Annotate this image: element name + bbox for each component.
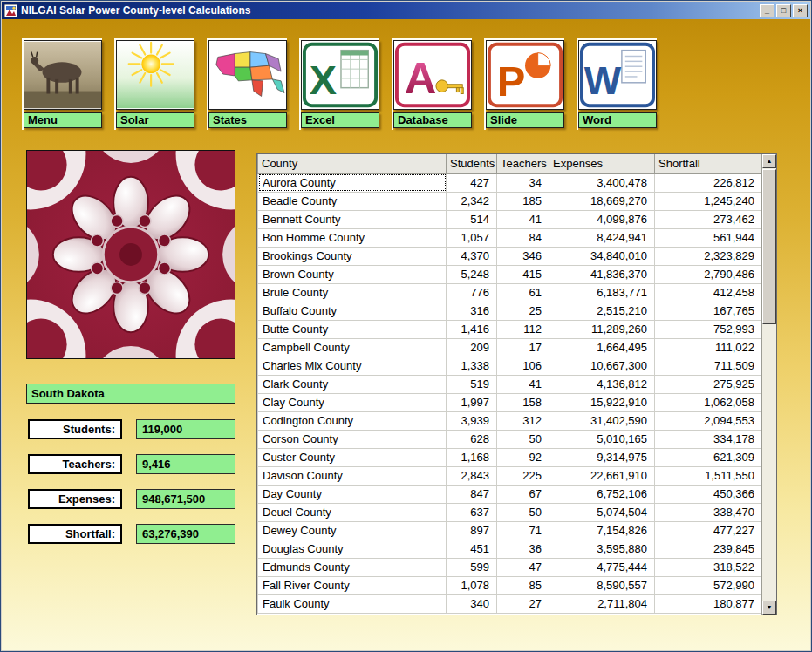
table-row[interactable]: Custer County1,168929,314,975621,309 (258, 448, 762, 466)
fractal-image (26, 150, 235, 359)
column-header-students[interactable]: Students (447, 154, 497, 173)
table-row[interactable]: Clark County519414,136,812275,925 (258, 375, 762, 393)
toolbar-label-solar: Solar (116, 112, 194, 128)
value-cell: 3,400,478 (549, 173, 655, 192)
table-row[interactable]: Corson County628505,010,165334,178 (258, 430, 762, 448)
county-cell: Charles Mix County (258, 357, 447, 375)
toolbar-button-solar[interactable]: Solar (114, 38, 194, 130)
table-row[interactable]: Bennett County514414,099,876273,462 (258, 210, 762, 228)
table-header-row: County Students Teachers Expenses Shortf… (258, 154, 762, 173)
toolbar-button-menu[interactable]: Menu (22, 38, 102, 130)
shortfall-value[interactable]: 63,276,390 (136, 524, 235, 544)
close-button[interactable]: × (793, 4, 808, 17)
value-cell: 1,664,495 (549, 338, 655, 357)
value-cell: 15,922,910 (549, 393, 655, 411)
county-cell: Douglas County (258, 540, 447, 558)
value-cell: 346 (497, 247, 549, 265)
table-scrollbar[interactable]: ▲ ▼ (761, 154, 776, 615)
scrollbar-thumb[interactable] (762, 169, 776, 324)
table-row[interactable]: Brown County5,24841541,836,3702,790,486 (258, 265, 762, 283)
value-cell: 628 (447, 430, 497, 448)
minimize-button[interactable]: _ (760, 4, 774, 17)
toolbar-button-excel[interactable]: X Excel (299, 38, 379, 130)
value-cell: 1,062,058 (655, 393, 762, 411)
table-row[interactable]: Aurora County427343,400,478226,812 (258, 173, 762, 192)
value-cell: 1,245,240 (655, 192, 762, 210)
county-cell: Bennett County (258, 210, 447, 228)
excel-icon: X (301, 40, 379, 110)
svg-text:P: P (497, 58, 526, 105)
county-table: County Students Teachers Expenses Shortf… (256, 153, 777, 615)
expenses-field-row: Expenses: 948,671,500 (26, 489, 235, 510)
students-value[interactable]: 119,000 (136, 419, 235, 439)
value-cell: 318,522 (655, 558, 762, 576)
value-cell: 8,424,941 (549, 228, 655, 247)
county-cell: Brule County (258, 283, 447, 302)
value-cell: 3,939 (447, 411, 497, 430)
toolbar-button-word[interactable]: W Word (577, 38, 657, 130)
table-row[interactable]: Day County847676,752,106450,366 (258, 485, 762, 503)
county-cell: Bon Homme County (258, 228, 447, 247)
value-cell: 2,342 (447, 192, 497, 210)
value-cell: 2,323,829 (655, 247, 762, 265)
county-cell: Corson County (258, 430, 447, 448)
teachers-value[interactable]: 9,416 (136, 454, 235, 474)
value-cell: 2,790,486 (655, 265, 762, 283)
value-cell: 5,010,165 (549, 430, 655, 448)
table-row[interactable]: Codington County3,93931231,402,5902,094,… (258, 411, 762, 430)
table-row[interactable]: Brookings County4,37034634,840,0102,323,… (258, 247, 762, 265)
table-row[interactable]: Campbell County209171,664,495111,022 (258, 338, 762, 357)
table-row[interactable]: Brule County776616,183,771412,458 (258, 283, 762, 302)
svg-text:X: X (310, 58, 337, 103)
table-row[interactable]: Faulk County340272,711,804180,877 (258, 594, 762, 613)
value-cell: 10,667,300 (549, 357, 655, 375)
table-row[interactable]: Douglas County451363,595,880239,845 (258, 540, 762, 558)
value-cell: 637 (447, 503, 497, 521)
table-row[interactable]: Bon Homme County1,057848,424,941561,944 (258, 228, 762, 247)
value-cell: 8,590,557 (549, 576, 655, 594)
value-cell: 67 (497, 485, 549, 503)
column-header-expenses[interactable]: Expenses (549, 154, 655, 173)
table-row[interactable]: Deuel County637505,074,504338,470 (258, 503, 762, 521)
table-row[interactable]: Clay County1,99715815,922,9101,062,058 (258, 393, 762, 411)
table-row[interactable]: Edmunds County599474,775,444318,522 (258, 558, 762, 576)
table-row[interactable]: Charles Mix County1,33810610,667,300711,… (258, 357, 762, 375)
column-header-teachers[interactable]: Teachers (497, 154, 549, 173)
toolbar-label-menu: Menu (24, 112, 102, 128)
value-cell: 85 (497, 576, 549, 594)
toolbar-label-word: Word (578, 112, 657, 128)
value-cell: 561,944 (655, 228, 762, 247)
table-row[interactable]: Fall River County1,078858,590,557572,990 (258, 576, 762, 594)
titlebar[interactable]: NILGAI Solar Power County-level Calculat… (2, 2, 810, 19)
expenses-value[interactable]: 948,671,500 (136, 489, 235, 509)
value-cell: 92 (497, 448, 549, 466)
table-row[interactable]: Butte County1,41611211,289,260752,993 (258, 320, 762, 338)
svg-text:W: W (584, 58, 622, 103)
students-label: Students: (28, 419, 122, 439)
table-row[interactable]: Beadle County2,34218518,669,2701,245,240 (258, 192, 762, 210)
value-cell: 2,515,210 (549, 302, 655, 320)
toolbar-button-slide[interactable]: P Slide (484, 38, 564, 130)
column-header-shortfall[interactable]: Shortfall (655, 154, 762, 173)
scroll-down-arrow-icon[interactable]: ▼ (762, 601, 776, 615)
county-cell: Faulk County (258, 594, 447, 613)
value-cell: 776 (447, 283, 497, 302)
county-table-grid: County Students Teachers Expenses Shortf… (257, 154, 761, 615)
value-cell: 711,509 (655, 357, 762, 375)
column-header-county[interactable]: County (258, 154, 447, 173)
table-row[interactable]: Dewey County897717,154,826477,227 (258, 521, 762, 540)
maximize-button[interactable]: □ (776, 4, 791, 17)
toolbar-button-states[interactable]: States (207, 38, 287, 130)
value-cell: 621,309 (655, 448, 762, 466)
value-cell: 7,154,826 (549, 521, 655, 540)
county-cell: Deuel County (258, 503, 447, 521)
value-cell: 4,370 (447, 247, 497, 265)
value-cell: 180,877 (655, 594, 762, 613)
value-cell: 1,511,550 (655, 466, 762, 485)
table-row[interactable]: Buffalo County316252,515,210167,765 (258, 302, 762, 320)
toolbar-button-database[interactable]: A Database (392, 38, 472, 130)
table-row[interactable]: Davison County2,84322522,661,9101,511,55… (258, 466, 762, 485)
value-cell: 22,661,910 (549, 466, 655, 485)
scroll-up-arrow-icon[interactable]: ▲ (762, 154, 776, 168)
value-cell: 340 (447, 594, 497, 613)
